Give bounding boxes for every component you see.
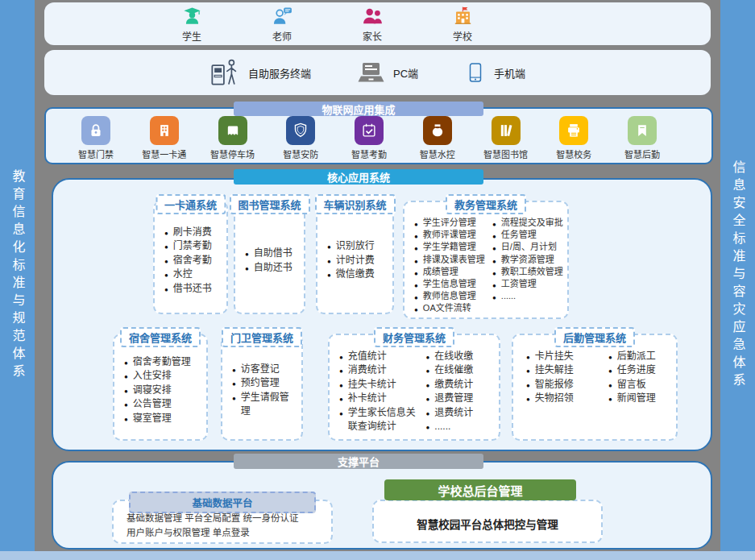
card-dorm-system: 宿舍管理系统 宿舍考勤管理入住安排调寝安排公告管理寝室管理 <box>113 334 208 441</box>
right-standard-label: 信息安全标准与容灾应急体系 <box>728 160 748 391</box>
terminal-pc: PC端 <box>358 60 418 85</box>
list-item: 学生信息管理 <box>414 278 486 290</box>
iot-item-security: 智慧安防 <box>276 116 325 160</box>
list-item: 在线收缴 <box>425 350 496 363</box>
parents-icon <box>362 6 384 27</box>
gate-feature-list: 访客登记预约管理学生请假管理 <box>232 363 298 419</box>
pc-icon <box>358 60 385 85</box>
list-item: 工资管理 <box>492 278 564 290</box>
left-standard-bar: 教育信息化标准与规范体系 <box>0 0 35 551</box>
library-tile <box>492 116 521 145</box>
iot-label: 智慧安防 <box>283 147 318 160</box>
smart-campus-architecture-diagram: 教育信息化标准与规范体系 信息安全标准与容灾应急体系 学生 <box>0 0 755 560</box>
card-title: 一卡通系统 <box>156 194 226 214</box>
terminal-label: PC端 <box>393 65 418 81</box>
list-item: 自助借书 <box>245 247 301 260</box>
library-feature-list: 自助借书自助还书 <box>245 247 301 275</box>
logistics-feature-list-right: 后勤派工任务进度留言板新闻管理 <box>608 350 673 434</box>
parking-tile <box>218 116 247 145</box>
list-item: 任务进度 <box>608 363 673 377</box>
teacher-icon <box>272 6 293 27</box>
iot-banner: 物联网应用集成 <box>234 102 483 116</box>
base-platform-line2: 用户账户与权限管理 单点登录 <box>127 525 331 540</box>
list-item: 教职工绩效管理 <box>492 266 564 278</box>
list-item: 补卡统计 <box>339 392 419 405</box>
dorm-feature-list: 宿舍考勤管理入住安排调寝安排公告管理寝室管理 <box>124 355 203 425</box>
kiosk-icon <box>209 58 240 87</box>
list-item: 失物招领 <box>526 392 591 405</box>
user-label: 家长 <box>363 29 382 43</box>
list-item: 借书还书 <box>164 282 223 296</box>
phone-icon <box>465 60 486 85</box>
terminal-label: 手机端 <box>494 65 525 81</box>
support-panel: 基础数据平台 基础数据管理 平台全局配置 统一身份认证 用户账户与权限管理 单点… <box>52 461 712 550</box>
card-title: 宿舍管理系统 <box>120 327 201 347</box>
list-item: 在线催缴 <box>425 363 496 377</box>
parking-card-icon <box>224 122 242 139</box>
water-pot-icon <box>429 122 446 139</box>
user-label: 学校 <box>453 29 472 43</box>
iot-item-attendance: 智慧考勤 <box>345 116 393 160</box>
list-item: 入住安排 <box>124 369 203 383</box>
list-item: 预约管理 <box>232 376 298 390</box>
list-item: 微信缴费 <box>327 268 389 281</box>
list-item: 充值统计 <box>339 350 419 363</box>
list-item: 新闻管理 <box>608 392 673 405</box>
list-item: OA文件流转 <box>414 302 486 314</box>
card-vehicle-system: 车辆识别系统 识别放行计时计费微信缴费 <box>316 201 394 314</box>
security-tile <box>286 116 315 145</box>
card-title: 图书管理系统 <box>229 194 309 214</box>
admin-banner: 学校总后台管理 <box>384 479 576 500</box>
bottom-strip <box>0 551 755 560</box>
iot-label: 智慧图书馆 <box>483 147 528 160</box>
iot-item-library: 智慧图书馆 <box>482 116 530 160</box>
finance-feature-list-left: 充值统计消费统计挂失卡统计补卡统计学生家长信息关联查询统计 <box>339 350 419 434</box>
card-title: 财务管理系统 <box>374 327 454 347</box>
iot-label: 智慧后勤 <box>624 147 660 160</box>
list-item: 计时计费 <box>327 254 389 268</box>
list-item: 教师评课管理 <box>414 229 486 241</box>
list-item: 教师信息管理 <box>414 290 486 302</box>
card-title: 车辆识别系统 <box>314 194 395 214</box>
card-gate-system: 门卫管理系统 访客登记预约管理学生请假管理 <box>221 334 303 441</box>
right-standard-bar: 信息安全标准与容灾应急体系 <box>720 0 755 551</box>
iot-item-school-affairs: 智慧校务 <box>550 116 598 160</box>
card-onecard-system: 一卡通系统 刷卡消费门禁考勤宿舍考勤水控借书还书 <box>153 201 228 314</box>
finance-feature-list-right: 在线收缴在线催缴缴费统计退费管理退费统计...... <box>425 350 496 434</box>
list-item: 公告管理 <box>124 397 203 411</box>
iot-item-logistics: 智慧后勤 <box>618 116 666 160</box>
user-label: 老师 <box>272 29 292 43</box>
list-item: 学生评分管理 <box>414 217 486 229</box>
iot-item-water: 智慧水控 <box>413 116 462 160</box>
list-item: 挂失解挂 <box>526 363 591 377</box>
iot-label: 智慧校务 <box>556 147 591 160</box>
water-tile <box>423 116 452 145</box>
iot-item-parking: 智慧停车场 <box>209 116 257 160</box>
terminal-label: 自助服务终端 <box>248 65 311 81</box>
card-title: 门卫管理系统 <box>222 327 302 347</box>
list-item: 教学资源管理 <box>492 254 564 266</box>
list-item: 水控 <box>164 268 223 281</box>
core-panel: 一卡通系统 刷卡消费门禁考勤宿舍考勤水控借书还书 图书管理系统 自助借书自助还书… <box>52 178 712 451</box>
books-icon <box>497 122 515 139</box>
card-title: 后勤管理系统 <box>554 327 635 347</box>
terminal-kiosk: 自助服务终端 <box>209 58 311 87</box>
user-group-school: 学校 <box>438 6 487 43</box>
shield-icon <box>292 122 309 139</box>
list-item: 卡片挂失 <box>526 350 591 363</box>
list-item: 任务管理 <box>492 229 564 241</box>
list-item: 门禁考勤 <box>164 239 223 253</box>
onecard-feature-list: 刷卡消费门禁考勤宿舍考勤水控借书还书 <box>164 226 223 296</box>
list-item: 成绩管理 <box>414 266 486 278</box>
school-icon <box>452 6 474 27</box>
list-item: 访客登记 <box>232 363 298 376</box>
user-group-teacher: 老师 <box>257 6 307 43</box>
list-item: 留言板 <box>608 378 673 392</box>
list-item: 挂失卡统计 <box>339 378 419 392</box>
list-item: 消费统计 <box>339 363 419 377</box>
users-panel: 学生 老师 家长 <box>44 2 711 45</box>
student-icon <box>181 6 203 27</box>
door-access-tile <box>81 116 110 145</box>
admin-platform-content: 智慧校园平台总体把控与管理 <box>374 501 601 541</box>
iot-label: 智慧一卡通 <box>142 147 186 160</box>
